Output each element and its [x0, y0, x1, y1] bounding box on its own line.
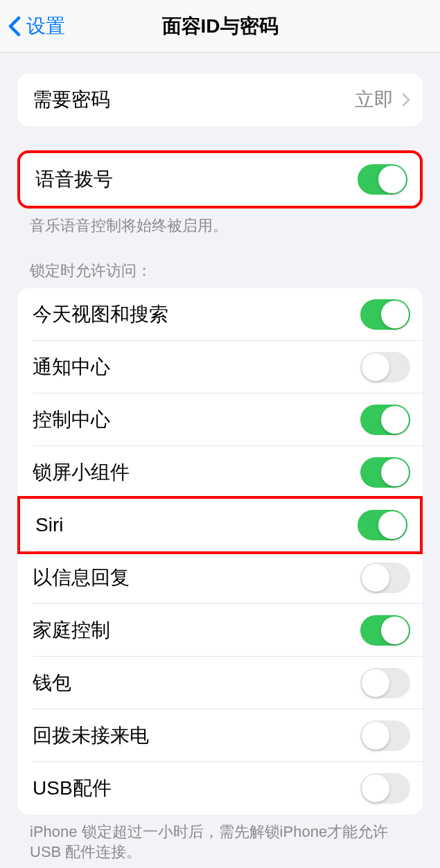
toggle-knob	[381, 459, 409, 486]
lock-item-row: 回拨未接来电	[17, 709, 423, 762]
passcode-group: 需要密码 立即	[17, 73, 423, 126]
toggle-knob	[381, 617, 409, 644]
usb-footer: iPhone 锁定超过一小时后，需先解锁iPhone才能允许 USB 配件连接。	[17, 815, 423, 862]
lock-item-toggle[interactable]	[358, 510, 407, 540]
lock-item-toggle[interactable]	[360, 773, 410, 804]
require-passcode-value-wrap: 立即	[355, 87, 410, 113]
chevron-left-icon	[8, 16, 21, 37]
require-passcode-label: 需要密码	[33, 87, 110, 113]
toggle-knob	[378, 511, 406, 539]
page-title: 面容ID与密码	[162, 13, 279, 39]
lock-item-label: 通知中心	[33, 354, 110, 380]
back-label: 设置	[26, 13, 65, 39]
lock-item-toggle[interactable]	[360, 299, 410, 330]
lock-item-toggle[interactable]	[360, 615, 410, 646]
toggle-knob	[381, 406, 409, 434]
lock-access-header: 锁定时允许访问：	[17, 260, 423, 288]
toggle-knob	[362, 669, 389, 697]
lock-item-toggle[interactable]	[360, 405, 410, 435]
lock-item-label: 回拨未接来电	[33, 723, 149, 749]
lock-item-row: 今天视图和搜索	[17, 288, 423, 341]
lock-item-label: 家庭控制	[33, 617, 110, 644]
lock-item-row: 以信息回复	[17, 551, 423, 604]
require-passcode-row[interactable]: 需要密码 立即	[17, 73, 423, 126]
lock-access-group: 今天视图和搜索通知中心控制中心锁屏小组件Siri以信息回复家庭控制钱包回拨未接来…	[17, 288, 423, 815]
lock-item-label: 控制中心	[33, 407, 110, 433]
toggle-knob	[362, 353, 389, 381]
lock-item-toggle[interactable]	[360, 457, 410, 488]
lock-item-toggle[interactable]	[360, 352, 410, 382]
voice-dial-row: 语音拨号	[20, 153, 420, 206]
require-passcode-value: 立即	[355, 87, 394, 113]
lock-item-toggle[interactable]	[360, 720, 410, 751]
voice-dial-group: 语音拨号	[17, 150, 423, 209]
lock-item-toggle[interactable]	[360, 563, 410, 593]
lock-item-row: Siri	[17, 496, 423, 554]
lock-item-row: 锁屏小组件	[17, 446, 423, 499]
toggle-knob	[362, 722, 389, 750]
lock-item-label: Siri	[35, 514, 63, 536]
back-button[interactable]: 设置	[8, 13, 65, 39]
navigation-bar: 设置 面容ID与密码	[0, 0, 440, 53]
toggle-knob	[362, 564, 389, 592]
toggle-knob	[362, 774, 389, 802]
toggle-knob	[381, 301, 409, 328]
voice-dial-footer: 音乐语音控制将始终被启用。	[17, 209, 423, 236]
lock-item-label: 以信息回复	[33, 565, 130, 591]
lock-item-label: USB配件	[33, 775, 112, 801]
voice-dial-toggle[interactable]	[358, 164, 407, 195]
lock-item-label: 今天视图和搜索	[33, 301, 168, 328]
lock-item-label: 钱包	[33, 670, 71, 696]
lock-item-toggle[interactable]	[360, 668, 410, 698]
toggle-knob	[378, 166, 406, 193]
lock-item-row: USB配件	[17, 762, 423, 815]
lock-item-row: 控制中心	[17, 393, 423, 446]
lock-item-row: 钱包	[17, 657, 423, 709]
voice-dial-label: 语音拨号	[35, 166, 113, 193]
lock-item-row: 家庭控制	[17, 604, 423, 657]
lock-item-label: 锁屏小组件	[33, 459, 130, 486]
lock-item-row: 通知中心	[17, 341, 423, 393]
chevron-right-icon	[402, 93, 410, 107]
